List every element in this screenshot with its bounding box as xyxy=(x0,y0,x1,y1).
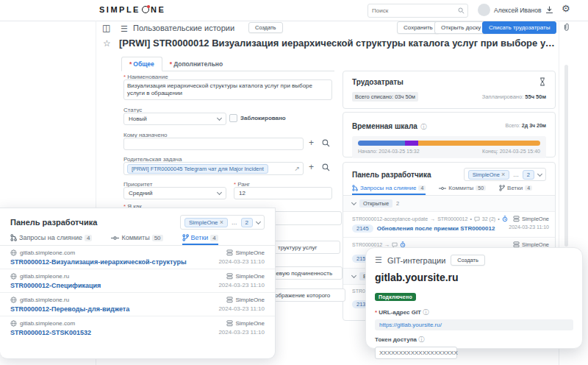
branch-date: 2024-03-23 11:10 xyxy=(218,258,265,265)
branch-row[interactable]: gitlab.simpleone.com STR0000012-Визуализ… xyxy=(0,246,275,269)
avatar[interactable] xyxy=(478,4,490,16)
branch-host: gitlab.simpleone.ru xyxy=(20,273,69,280)
user-name[interactable]: Алексей Иванов xyxy=(494,7,541,14)
source-icon xyxy=(226,273,233,280)
source-icon xyxy=(226,249,233,256)
hourglass-icon[interactable] xyxy=(539,77,546,86)
filter-more-count: 2 xyxy=(523,170,534,180)
ellipsis-icon: ... xyxy=(513,171,519,178)
chevron-down-icon xyxy=(351,273,356,278)
log-work-button[interactable]: Списать трудозатраты xyxy=(482,21,556,34)
branch-host: gitlab.simpleone.ru xyxy=(20,297,69,303)
record-tabs: *Общее *Дополнительно xyxy=(121,57,334,71)
merge-request-row[interactable]: STR0000012-acceptance-update→STR0000012•… xyxy=(343,212,555,238)
tab-branches[interactable]: Ветки4 xyxy=(182,234,218,245)
collapse-sidebar-icon[interactable]: ◫ xyxy=(102,23,110,33)
branch-row[interactable]: gitlab.simpleone.ru STR0000012-Переводы-… xyxy=(0,292,275,316)
logo-text-right: NE xyxy=(151,5,165,14)
close-icon[interactable]: × xyxy=(220,219,223,226)
git-token-input[interactable]: XXXXXXXXXXXXXXXXXXXX xyxy=(375,347,457,359)
branch-row[interactable]: gitlab.simpleone.com STR0000012-STSK0015… xyxy=(0,316,275,339)
parent-task-input[interactable]: [PRWI] FTR0000045 Telegram чат для Major… xyxy=(123,162,304,175)
add-icon[interactable]: + xyxy=(309,138,314,147)
worklog-card: Трудозатраты Всего списано: 03ч 50м Запл… xyxy=(343,71,556,109)
locked-checkbox[interactable] xyxy=(229,114,237,122)
filter-chip: SimpleOne × xyxy=(184,218,228,227)
tab-branches[interactable]: Ветки4 xyxy=(499,185,532,195)
info-icon[interactable]: ⓘ xyxy=(420,124,426,130)
hamburger-menu-icon[interactable]: ☰ xyxy=(375,255,382,265)
globe-icon xyxy=(10,297,17,303)
tab-additional[interactable]: *Дополнительно xyxy=(162,57,230,71)
branch-row[interactable]: gitlab.simpleone.ru STR0000012-Специфика… xyxy=(0,269,275,292)
rank-input[interactable]: 12 xyxy=(234,187,332,199)
tab-merge-requests[interactable]: Запросы на слияние4 xyxy=(10,234,92,245)
developer-panel-popup: Панель разработчика SimpleOne × ... 2 За… xyxy=(0,208,276,359)
global-search[interactable] xyxy=(368,4,468,18)
git-create-button[interactable]: Создать xyxy=(451,255,485,266)
paperclip-icon[interactable] xyxy=(562,23,570,32)
search-input[interactable] xyxy=(368,7,458,14)
mr-id: 2145 xyxy=(352,224,373,233)
branch-source: SimpleOne xyxy=(235,273,265,280)
timeline-start: Начало: 2024-03-25 15:32 xyxy=(358,149,420,154)
branch-link[interactable]: STR0000012-Спецификация xyxy=(10,282,101,289)
close-icon[interactable]: × xyxy=(501,171,505,178)
list-title[interactable]: Пользовательские истории xyxy=(133,24,234,32)
name-textarea[interactable]: Визуализация иерархической структуры кат… xyxy=(123,79,332,100)
tab-commits[interactable]: Коммиты50 xyxy=(439,185,486,195)
timeline-total-label: Всего: xyxy=(506,123,520,128)
simpleone-logo: SIMPLENE xyxy=(99,5,165,14)
assignee-input[interactable] xyxy=(123,138,304,150)
external-link-icon[interactable]: ↗ xyxy=(294,165,300,172)
dev-popup-tabs: Запросы на слияние4 Коммиты50 Ветки4 xyxy=(0,234,275,246)
hamburger-menu-icon[interactable]: ☰ xyxy=(121,24,128,34)
app-window: SIMPLENE Алексей Иванов ⚙ ◫ ☆ ☰ Пользова… xyxy=(0,0,588,365)
branch-link[interactable]: STR0000012-Визуализация-иерархической-ст… xyxy=(10,258,187,266)
source-icon xyxy=(226,297,233,303)
info-icon[interactable]: ⓘ xyxy=(418,336,424,343)
lookup-icon[interactable] xyxy=(322,163,330,171)
required-marker: * xyxy=(129,60,132,68)
gear-icon[interactable]: ⚙ xyxy=(562,4,570,13)
save-button[interactable]: Сохранить xyxy=(397,21,440,34)
tab-merge-requests[interactable]: Запросы на слияние4 xyxy=(352,185,426,195)
branch-link[interactable]: STR0000012-Переводы-для-виджета xyxy=(10,305,129,313)
timeline-bar[interactable] xyxy=(358,141,540,146)
create-button[interactable]: Создать xyxy=(248,22,283,33)
status-select[interactable]: Новый xyxy=(123,113,226,125)
dev-panel-filter[interactable]: SimpleOne × ... 2 xyxy=(464,168,546,181)
branch-source: SimpleOne xyxy=(235,297,265,303)
add-icon[interactable]: + xyxy=(309,163,314,171)
section-open[interactable]: Открытые 2 xyxy=(343,196,555,212)
dev-panel-tabs: Запросы на слияние4 Коммиты50 Ветки4 xyxy=(343,185,555,196)
search-icon xyxy=(458,7,465,14)
section-open-label: Открытые xyxy=(359,199,392,208)
worklog-title: Трудозатраты xyxy=(352,78,404,86)
source-icon xyxy=(226,320,233,327)
branch-host: gitlab.simpleone.com xyxy=(20,249,75,256)
parent-task-chip[interactable]: [PRWI] FTR0000045 Telegram чат для Major… xyxy=(127,164,268,174)
priority-select[interactable]: Средний xyxy=(123,187,226,199)
arrow-right-icon: → xyxy=(430,216,435,222)
tab-general[interactable]: *Общее xyxy=(121,57,162,71)
open-board-button[interactable]: Открыть доску xyxy=(434,21,487,34)
branch-source: SimpleOne xyxy=(235,320,265,327)
lookup-icon[interactable] xyxy=(322,139,330,147)
comment-icon xyxy=(474,216,480,222)
page-scrollbar[interactable] xyxy=(564,65,568,247)
logo-o-icon xyxy=(142,6,149,13)
download-icon[interactable] xyxy=(545,6,553,14)
record-title: [PRWI] STR0000012 Визуализация иерархиче… xyxy=(119,38,557,49)
tab-commits[interactable]: Коммиты50 xyxy=(111,234,162,245)
git-token-label: Токен доступа ⓘ xyxy=(375,336,573,344)
mr-date: 2024-03-23 11:10 xyxy=(509,224,549,230)
git-url-field[interactable]: https://gitlab.yoursite.ru/ xyxy=(375,319,573,330)
dev-popup-filter[interactable]: SimpleOne × ... 2 xyxy=(180,215,265,230)
mr-title-link[interactable]: Обновления после приемки STR0000012 xyxy=(377,225,495,232)
mr-source: SimpleOne xyxy=(522,216,549,222)
info-icon[interactable]: ⓘ xyxy=(423,309,429,316)
branch-link[interactable]: STR0000012-STSK001532 xyxy=(10,329,91,336)
favorite-star-icon[interactable]: ☆ xyxy=(103,38,111,49)
top-header: SIMPLENE Алексей Иванов ⚙ xyxy=(0,0,588,21)
